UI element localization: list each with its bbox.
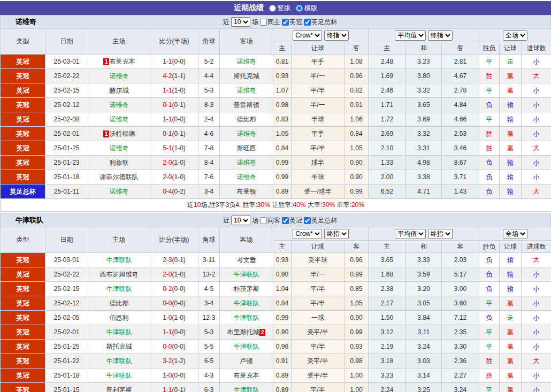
home-team[interactable]: 西布罗姆维奇 <box>88 267 150 282</box>
same-venue-filter[interactable]: 同主 <box>260 18 280 27</box>
average-select[interactable]: 平均值 <box>395 30 426 41</box>
result-goals: 小 <box>522 55 551 69</box>
home-team[interactable]: 诺维奇 <box>88 69 150 83</box>
match-score: 1-1(0-0) <box>150 325 198 340</box>
match-row: 英冠25-02-08诺维奇1-1(0-0)2-4德比郡0.83半球1.061.7… <box>1 112 551 127</box>
result-outcome: 平 <box>479 325 500 340</box>
vertical-radio[interactable] <box>269 5 276 12</box>
away-team[interactable]: 德比郡 <box>220 112 273 127</box>
filter-controls: 近 10 场 同主 英冠 英足总杯 <box>223 16 337 28</box>
away-team[interactable]: 斯托克城 <box>220 69 273 83</box>
home-team[interactable]: 普利茅斯 <box>88 383 150 392</box>
away-team[interactable]: 斯旺西 <box>220 141 273 156</box>
match-score: 2-0(1-0) <box>150 267 198 282</box>
away-team[interactable]: 牛津联队 <box>220 311 273 325</box>
odds-home: 0.89 <box>273 368 292 383</box>
result-goals: 小 <box>522 282 551 296</box>
layout-vertical-option[interactable]: 竖版 <box>269 4 290 13</box>
home-team[interactable]: 伯恩利 <box>88 311 150 325</box>
avg-away: 4.84 <box>442 98 479 112</box>
home-team[interactable]: 牛津联队 <box>88 253 150 267</box>
avg-draw: 3.69 <box>406 112 442 127</box>
final-index-select[interactable]: 终指 <box>324 229 349 239</box>
away-team[interactable]: 诺维奇 <box>220 83 273 98</box>
away-team[interactable]: 诺维奇 <box>220 127 273 141</box>
home-team[interactable]: 诺维奇 <box>88 141 150 156</box>
same-venue-label: 同客 <box>267 216 280 225</box>
away-team[interactable]: 布莱克本 <box>220 368 273 383</box>
home-team[interactable]: 斯托克城 <box>88 340 150 354</box>
home-team[interactable]: 诺维奇 <box>88 98 150 112</box>
avg-home: 2.24 <box>369 383 406 392</box>
league-filter-championship[interactable]: 英冠 <box>282 216 302 225</box>
league-filter-facup[interactable]: 英足总杯 <box>304 216 337 225</box>
avg-draw: 3.23 <box>406 55 442 69</box>
home-team[interactable]: 诺维奇 <box>88 112 150 127</box>
match-row: 英冠25-03-01牛津联队2-3(0-1)3-11考文垂0.93受半球0.96… <box>1 253 551 267</box>
match-row: 英冠25-02-12诺维奇0-1(0-1)8-3普雷斯顿0.98半/一0.911… <box>1 98 551 112</box>
avg-home: 1.33 <box>369 156 406 170</box>
horizontal-radio[interactable] <box>296 5 303 12</box>
layout-horizontal-option[interactable]: 横版 <box>296 4 317 13</box>
match-row: 英冠25-02-15牛津联队0-2(0-0)4-5朴茨茅斯1.04平/半0.85… <box>1 282 551 296</box>
match-score: 0-1(0-1) <box>150 127 198 141</box>
final-index-select-2[interactable]: 终指 <box>428 229 453 239</box>
away-team[interactable]: 诺维奇 <box>220 156 273 170</box>
home-team[interactable]: 牛津联队 <box>88 282 150 296</box>
odds-handicap: 受半球 <box>292 253 345 267</box>
results-table: 类型 日期 主场 比分(半场) 角球 客场 Crow* 终指 平均值 终指 <box>0 227 551 392</box>
corner-score: 6-5 <box>198 354 220 368</box>
home-team[interactable]: 德比郡 <box>88 296 150 311</box>
home-team[interactable]: 利兹联 <box>88 156 150 170</box>
odds-handicap: 半/一 <box>292 98 345 112</box>
home-team[interactable]: 诺维奇 <box>88 185 150 199</box>
home-team[interactable]: 牛津联队 <box>88 354 150 368</box>
col-date: 日期 <box>45 29 88 55</box>
same-venue-checkbox[interactable] <box>260 19 267 26</box>
league-filter-facup[interactable]: 英足总杯 <box>304 18 337 27</box>
home-team[interactable]: 1布莱克本 <box>88 55 150 69</box>
results-body: 英冠25-03-011布莱克本1-1(0-0)5-2诺维奇0.81平手1.082… <box>1 55 551 199</box>
home-team[interactable]: 1沃特福德 <box>88 127 150 141</box>
league-filter-championship[interactable]: 英冠 <box>282 18 302 27</box>
home-team[interactable]: 牛津联队 <box>88 368 150 383</box>
away-team[interactable]: 诺维奇 <box>220 170 273 185</box>
away-team[interactable]: 考文垂 <box>220 253 273 267</box>
away-team[interactable]: 布里斯托城2 <box>220 325 273 340</box>
away-team[interactable]: 卢顿 <box>220 354 273 368</box>
match-score: 1-0(0-0) <box>150 368 198 383</box>
away-team[interactable]: 普雷斯顿 <box>220 98 273 112</box>
away-team[interactable]: 牛津联队 <box>220 340 273 354</box>
scope-select[interactable]: 全场 <box>503 30 527 41</box>
avg-home: 1.69 <box>369 69 406 83</box>
scope-select[interactable]: 全场 <box>503 229 527 239</box>
away-team[interactable]: 布莱顿 <box>220 185 273 199</box>
bookmaker-select[interactable]: Crow* <box>293 30 322 41</box>
facup-checkbox[interactable] <box>304 19 311 26</box>
away-team[interactable]: 诺维奇 <box>220 55 273 69</box>
championship-checkbox[interactable] <box>282 19 289 26</box>
same-venue-checkbox[interactable] <box>260 217 267 224</box>
avg-home: 1.50 <box>369 311 406 325</box>
championship-checkbox[interactable] <box>282 217 289 224</box>
odds-handicap: 受平/半 <box>292 325 345 340</box>
home-team[interactable]: 赫尔城 <box>88 83 150 98</box>
home-team[interactable]: 谢菲尔德联队 <box>88 170 150 185</box>
result-handicap: 赢 <box>500 141 522 156</box>
match-type-badge: 英足总杯 <box>1 185 45 199</box>
avg-draw: 4.98 <box>406 156 442 170</box>
match-score: 0-0(0-0) <box>150 296 198 311</box>
away-team[interactable]: 牛津联队 <box>220 383 273 392</box>
recent-count-select[interactable]: 10 <box>231 216 250 225</box>
average-select[interactable]: 平均值 <box>395 229 426 239</box>
away-team[interactable]: 牛津联队 <box>220 296 273 311</box>
bookmaker-select[interactable]: Crow* <box>293 229 322 239</box>
home-team[interactable]: 牛津联队 <box>88 325 150 340</box>
away-team[interactable]: 牛津联队 <box>220 267 273 282</box>
recent-count-select[interactable]: 10 <box>231 17 250 27</box>
facup-checkbox[interactable] <box>304 217 311 224</box>
final-index-select[interactable]: 终指 <box>324 30 349 41</box>
away-team[interactable]: 朴茨茅斯 <box>220 282 273 296</box>
same-venue-filter[interactable]: 同客 <box>260 216 280 225</box>
final-index-select-2[interactable]: 终指 <box>428 30 453 41</box>
